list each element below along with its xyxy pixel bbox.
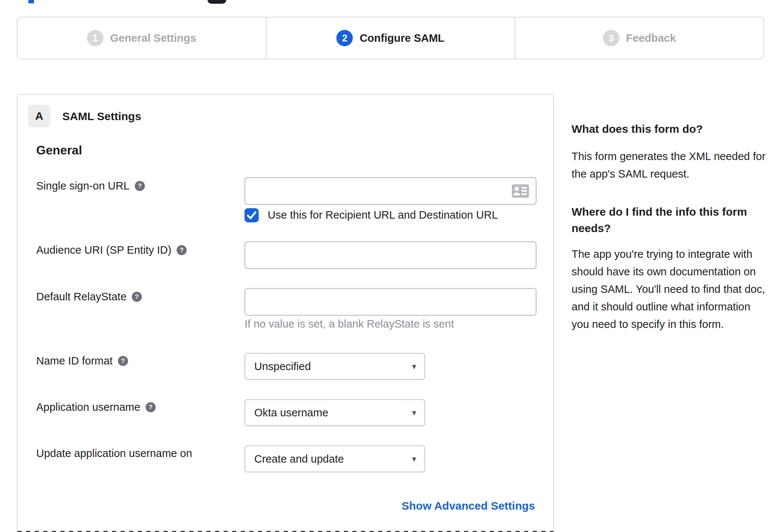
sidebar-body-where: The app you're trying to integrate with … xyxy=(572,245,766,333)
audience-uri-label-row: Audience URI (SP Entity ID) ? xyxy=(36,244,187,256)
audience-uri-input[interactable] xyxy=(245,241,536,269)
application-username-label: Application username xyxy=(36,401,140,413)
application-username-select[interactable]: Okta username ▾ xyxy=(245,399,425,426)
checkmark-icon xyxy=(247,211,256,219)
clipped-header-fragment xyxy=(28,0,34,3)
sidebar-body-what: This form generates the XML needed for t… xyxy=(572,148,766,183)
wizard-stepper: 1 General Settings 2 Configure SAML 3 Fe… xyxy=(17,17,764,59)
saml-settings-panel: A SAML Settings General Single sign-on U… xyxy=(17,94,554,532)
update-username-label: Update application username on xyxy=(36,447,192,460)
default-relaystate-label-row: Default RelayState ? xyxy=(36,291,142,303)
screen: 1 General Settings 2 Configure SAML 3 Fe… xyxy=(0,0,781,532)
step-2-badge: 2 xyxy=(336,30,353,46)
default-relaystate-input[interactable] xyxy=(245,288,536,316)
use-this-for-recipient-checkbox-label[interactable]: Use this for Recipient URL and Destinati… xyxy=(268,209,498,221)
sidebar-heading-what: What does this form do? xyxy=(572,121,766,137)
step-general-settings[interactable]: 1 General Settings xyxy=(18,18,266,59)
name-id-format-label-row: Name ID format ? xyxy=(36,355,128,367)
help-icon[interactable]: ? xyxy=(132,292,142,302)
step-3-badge: 3 xyxy=(603,30,619,46)
name-id-format-label: Name ID format xyxy=(36,355,113,367)
single-sign-on-url-input[interactable] xyxy=(245,177,536,205)
help-icon[interactable]: ? xyxy=(135,181,145,191)
default-relaystate-label: Default RelayState xyxy=(36,291,127,303)
update-username-value: Create and update xyxy=(254,453,344,465)
use-this-for-recipient-checkbox[interactable] xyxy=(245,208,259,222)
audience-uri-label: Audience URI (SP Entity ID) xyxy=(36,244,171,256)
help-icon[interactable]: ? xyxy=(118,356,128,366)
relaystate-helper-text: If no value is set, a blank RelayState i… xyxy=(245,318,454,330)
help-icon[interactable]: ? xyxy=(146,402,156,412)
application-username-label-row: Application username ? xyxy=(36,401,156,413)
step-2-label: Configure SAML xyxy=(360,32,444,44)
step-3-label: Feedback xyxy=(626,32,676,44)
single-sign-on-url-label-row: Single sign-on URL ? xyxy=(36,180,145,192)
clipped-header-glyph xyxy=(208,0,226,4)
chevron-down-icon: ▾ xyxy=(412,408,416,418)
name-id-format-value: Unspecified xyxy=(254,360,311,373)
show-advanced-settings-link[interactable]: Show Advanced Settings xyxy=(402,500,535,512)
chevron-down-icon: ▾ xyxy=(412,362,416,372)
update-username-label-row: Update application username on xyxy=(36,447,192,460)
step-configure-saml[interactable]: 2 Configure SAML xyxy=(266,18,515,59)
update-username-select[interactable]: Create and update ▾ xyxy=(245,445,425,472)
section-a-badge: A xyxy=(28,105,50,127)
contact-card-icon xyxy=(512,184,529,198)
general-heading: General xyxy=(36,143,82,157)
step-feedback[interactable]: 3 Feedback xyxy=(514,18,763,59)
single-sign-on-url-label: Single sign-on URL xyxy=(36,180,130,192)
step-1-label: General Settings xyxy=(110,32,196,44)
section-title: SAML Settings xyxy=(62,110,141,123)
help-sidebar: What does this form do? This form genera… xyxy=(572,121,766,333)
application-username-value: Okta username xyxy=(254,407,328,419)
chevron-down-icon: ▾ xyxy=(412,454,416,464)
name-id-format-select[interactable]: Unspecified ▾ xyxy=(245,353,425,380)
help-icon[interactable]: ? xyxy=(177,245,187,255)
step-1-badge: 1 xyxy=(87,30,103,46)
sidebar-heading-where: Where do I find the info this form needs… xyxy=(572,204,766,237)
